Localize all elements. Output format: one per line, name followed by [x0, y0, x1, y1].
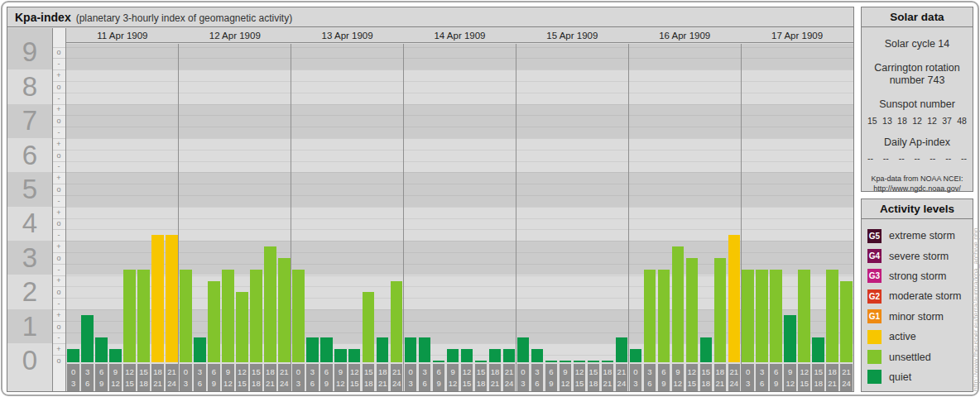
subtick-separator [52, 332, 65, 333]
hour-bin-label: 2124 [391, 364, 403, 391]
ap-value: -- [867, 153, 873, 163]
plot-gridline [66, 161, 853, 162]
hour-bin-label: 912 [672, 364, 685, 391]
hour-bin-text: 21 [278, 366, 291, 378]
hour-bin-text: 6 [658, 366, 670, 378]
legend-label: unsettled [889, 352, 931, 363]
subtick-separator [52, 309, 65, 310]
day-header-5: 15 Apr 1909 [516, 28, 628, 43]
hour-bin-text: 18 [151, 366, 164, 378]
y-axis-label-0: 0 [7, 347, 52, 375]
hour-bin-text: 9 [770, 378, 782, 390]
kp-bar [728, 235, 741, 362]
y-axis-numbers: 9876543210 [7, 28, 52, 391]
subtick-7+: + [52, 105, 65, 113]
subtick-separator [52, 161, 65, 162]
subtick-9-: - [52, 60, 65, 68]
hour-bin-text: 21 [826, 378, 838, 390]
hour-bin-text: 15 [236, 378, 248, 390]
hour-bin-label: 03 [292, 364, 305, 391]
hour-bin-text: 0 [67, 366, 79, 378]
hour-bin-text: 15 [348, 378, 361, 390]
hour-bin-text: 6 [208, 366, 220, 378]
kp-bar [658, 270, 670, 363]
kp-bar [250, 270, 262, 363]
hour-bin-text: 3 [405, 378, 417, 390]
day-header-7: 17 Apr 1909 [741, 28, 853, 43]
credit-line-1: Kpa-data from NOAA NCEI: [862, 175, 973, 184]
hour-bin-text: 6 [320, 366, 333, 378]
kp-bar [208, 281, 220, 363]
subtick-separator [52, 195, 65, 196]
sunspot-value: 48 [957, 116, 967, 126]
kp-bar [363, 292, 375, 362]
hour-bin-text: 9 [447, 366, 459, 378]
hour-bin-text: 15 [363, 366, 375, 378]
plot-band-6 [66, 138, 853, 172]
ap-value: -- [883, 153, 889, 163]
hour-bin-text: 12 [236, 366, 248, 378]
hour-bin-text: 3 [756, 366, 768, 378]
subtick-6+: + [52, 140, 65, 148]
plot-band-9 [66, 44, 853, 69]
plot-gridline [66, 207, 853, 208]
hour-bin-text: 21 [377, 378, 389, 390]
y-axis-label-7: 7 [7, 107, 52, 135]
hour-bin-text: 3 [180, 378, 192, 390]
kp-bar [560, 361, 572, 362]
subtick-6-: - [52, 162, 65, 170]
hour-bin-text: 6 [756, 378, 768, 390]
hour-bin-text: 15 [588, 366, 600, 378]
subtick-8o: o [52, 83, 65, 91]
hour-bin-text: 18 [588, 378, 600, 390]
plot-gridline [66, 195, 853, 196]
subtick-separator [52, 229, 65, 230]
kp-bar [602, 361, 614, 362]
kp-bar [433, 361, 445, 362]
y-axis-label-1: 1 [7, 313, 52, 341]
hour-bin-label: 2124 [503, 364, 516, 391]
kp-bar [292, 270, 305, 363]
hour-bin-text: 6 [419, 378, 431, 390]
hour-bin-label: 912 [447, 364, 459, 391]
hour-bin-label: 2124 [278, 364, 291, 391]
data-credit: Kpa-data from NOAA NCEI: http://www.ngdc… [862, 175, 973, 194]
legend-rows: G5extreme stormG4severe stormG3strong st… [862, 226, 973, 387]
subtick-separator [52, 58, 65, 59]
subtick-2+: + [52, 276, 65, 285]
legend-swatch-quiet [867, 370, 882, 384]
hour-bin-text: 12 [798, 366, 810, 378]
hour-bin-text: 15 [461, 378, 473, 390]
hour-bin-text: 6 [545, 366, 558, 378]
kp-bar [123, 270, 136, 363]
hour-bin-text: 18 [377, 366, 389, 378]
hour-bin-text: 9 [560, 366, 572, 378]
hour-bin-text: 24 [391, 378, 403, 390]
hour-bin-text: 21 [714, 378, 727, 390]
hour-bin-text: 12 [222, 378, 234, 390]
hour-bin-label: 1821 [151, 364, 164, 391]
hour-bin-text: 15 [123, 378, 136, 390]
subtick-separator [52, 81, 65, 82]
hour-bin-text: 15 [475, 366, 488, 378]
hour-bin-label: 1821 [602, 364, 614, 391]
hour-bin-text: 9 [334, 366, 347, 378]
subtick-5-: - [52, 197, 65, 205]
legend-label: quiet [889, 371, 911, 383]
sunspot-value: 12 [927, 116, 937, 126]
hour-bin-text: 12 [686, 366, 699, 378]
day-header-4: 14 Apr 1909 [404, 28, 516, 43]
hour-bin-text: 3 [194, 366, 206, 378]
subtick-separator [52, 355, 65, 356]
kp-bar [588, 361, 600, 362]
hour-bin-label: 1821 [377, 364, 389, 391]
hour-bin-text: 12 [334, 378, 347, 390]
hour-bin-text: 6 [770, 366, 782, 378]
hour-bin-text: 15 [798, 378, 810, 390]
kp-bar [475, 361, 488, 362]
hour-bin-label: 1215 [574, 364, 586, 391]
subtick-5+: + [52, 174, 65, 182]
hour-bin-text: 0 [630, 366, 642, 378]
subtick-separator [52, 138, 65, 139]
hour-bin-label: 1518 [475, 364, 488, 391]
